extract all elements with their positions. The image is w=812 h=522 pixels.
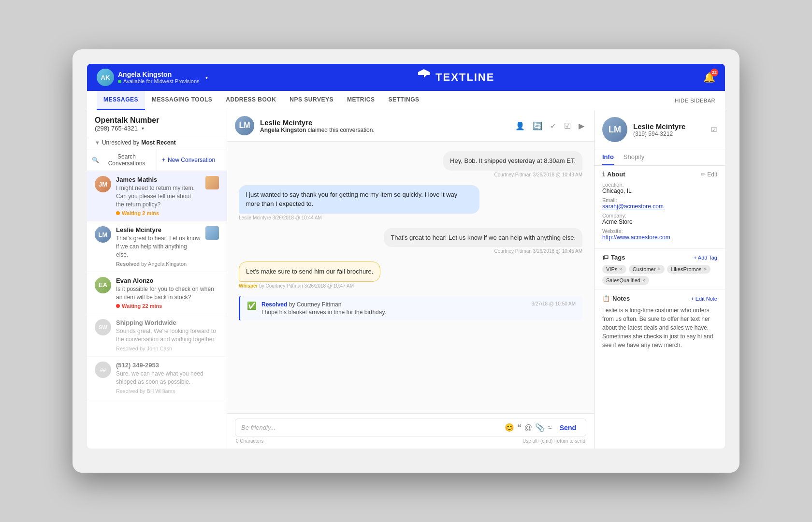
nav-item-messages[interactable]: MESSAGES xyxy=(97,91,145,110)
company-label: Company: xyxy=(602,213,717,218)
refresh-action-icon[interactable]: 🔄 xyxy=(531,119,544,132)
arrow-action-icon[interactable]: ▶ xyxy=(577,119,586,132)
tag-vips: VIPs × xyxy=(602,265,626,274)
nav-item-metrics[interactable]: METRICS xyxy=(340,91,382,110)
notes-title: 📋 Notes xyxy=(602,295,630,302)
nav-item-settings[interactable]: SETTINGS xyxy=(381,91,426,110)
edit-note-button[interactable]: + Edit Note xyxy=(691,296,717,302)
nav-item-messaging-tools[interactable]: MESSAGING TOOLS xyxy=(145,91,219,110)
waiting-dot-icon xyxy=(116,211,120,215)
opentalk-number-label: Opentalk Number xyxy=(95,116,219,125)
nav-item-nps-surveys[interactable]: NPS SURVEYS xyxy=(283,91,340,110)
tag-vips-remove[interactable]: × xyxy=(619,266,622,272)
user-profile[interactable]: AK Angela Kingston Available for Midwest… xyxy=(97,69,208,86)
right-panel: LM Leslie Mcintyre (319) 594-3212 ☑ Info… xyxy=(594,110,725,449)
user-name: Angela Kingston xyxy=(118,71,200,78)
website-value[interactable]: http://www.acmestore.com xyxy=(602,234,717,241)
nav-item-address-book[interactable]: ADDRESS BOOK xyxy=(219,91,283,110)
conv-preview-shipping: Sounds great. We're looking forward to t… xyxy=(116,327,219,344)
add-tag-button[interactable]: + Add Tag xyxy=(694,255,717,261)
notification-bell[interactable]: 🔔 22 xyxy=(703,72,715,83)
message-meta-4: Whisper by Courtney Pittman 3/26/2018 @ … xyxy=(239,283,354,289)
right-panel-name: Leslie Mcintyre xyxy=(633,122,705,130)
conversation-item-leslie[interactable]: LM Leslie Mcintyre That's great to hear!… xyxy=(87,221,227,272)
company-value: Acme Store xyxy=(602,218,717,225)
emoji-icon[interactable]: 😊 xyxy=(505,423,514,432)
at-icon[interactable]: @ xyxy=(524,423,532,432)
chat-header-avatar: LM xyxy=(235,116,254,135)
filter-bar[interactable]: ▼ Unresolved by Most Recent xyxy=(87,136,227,149)
conv-preview-james: I might need to return my item. Can you … xyxy=(116,184,201,208)
message-meta-1: Courtney Pittman 3/26/2018 @ 10:43 AM xyxy=(494,172,582,177)
conv-avatar-evan: EA xyxy=(95,277,111,293)
attachment-icon[interactable]: 📎 xyxy=(535,423,545,432)
edit-icon: ✏ xyxy=(701,171,706,178)
search-conversations-button[interactable]: 🔍 Search Conversations xyxy=(87,149,157,171)
conv-name-leslie: Leslie Mcintyre xyxy=(116,226,201,233)
tags-title: 🏷 Tags xyxy=(602,254,625,261)
tag-customer-remove[interactable]: × xyxy=(657,266,660,272)
conversation-item-512[interactable]: ## (512) 349-2953 Sure, we can have what… xyxy=(87,357,227,399)
chat-subtitle: Angela Kingston claimed this conversatio… xyxy=(260,127,508,133)
new-conversation-button[interactable]: + New Conversation xyxy=(157,149,227,171)
email-label: Email: xyxy=(602,197,717,203)
tags-header: 🏷 Tags + Add Tag xyxy=(602,254,717,261)
tag-salesqualified: SalesQualified × xyxy=(602,276,649,285)
tab-info[interactable]: Info xyxy=(602,149,614,165)
message-bubble-2: I just wanted to say thank you for getti… xyxy=(239,185,479,214)
resolved-message: ✅ Resolved by Courtney Pittman I hope hi… xyxy=(239,296,582,320)
right-panel-phone: (319) 594-3212 xyxy=(633,130,705,137)
user-action-icon[interactable]: 👤 xyxy=(513,119,527,132)
sidebar: Opentalk Number (298) 765-4321 ▾ ▼ Unres… xyxy=(87,110,227,449)
chat-header-actions: 👤 🔄 ✓ ☑ ▶ xyxy=(513,119,586,132)
main-layout: Opentalk Number (298) 765-4321 ▾ ▼ Unres… xyxy=(87,110,725,449)
hide-sidebar-button[interactable]: HIDE SIDEBAR xyxy=(675,98,715,103)
right-panel-avatar: LM xyxy=(602,117,627,142)
quote-icon[interactable]: ❝ xyxy=(517,423,522,432)
info-company: Company: Acme Store xyxy=(602,213,717,225)
chat-header-info: Leslie Mcintyre Angela Kingston claimed … xyxy=(260,118,508,133)
tab-shopify[interactable]: Shopify xyxy=(624,149,644,165)
tag-salesqualified-label: SalesQualified xyxy=(606,277,640,283)
brand-icon xyxy=(416,68,432,87)
brand-logo: TEXTLINE xyxy=(208,68,703,87)
tag-likespromo-remove[interactable]: × xyxy=(703,266,706,272)
conv-content-leslie: Leslie Mcintyre That's great to hear! Le… xyxy=(116,226,201,266)
conv-wait-label: Waiting 2 mins xyxy=(122,210,159,216)
conv-content-512: (512) 349-2953 Sure, we can have what yo… xyxy=(116,362,219,394)
about-section: ℹ About ✏ Edit Location: Chicago, IL Em xyxy=(594,166,725,249)
chat-header: LM Leslie Mcintyre Angela Kingston claim… xyxy=(227,110,594,142)
wave-icon[interactable]: ≈ xyxy=(548,423,552,432)
right-panel-action-icon[interactable]: ☑ xyxy=(711,126,717,133)
message-bubble-4: Let's make sure to send him our fall bro… xyxy=(239,261,380,282)
info-location: Location: Chicago, IL xyxy=(602,182,717,194)
conv-avatar-shipping: SW xyxy=(95,319,111,335)
conversation-list: JM James Mathis I might need to return m… xyxy=(87,171,227,449)
user-info: Angela Kingston Available for Midwest Pr… xyxy=(118,71,200,84)
check-action-icon[interactable]: ✓ xyxy=(548,119,558,132)
message-bubble-1: Hey, Bob. It shipped yesterday at 8.30am… xyxy=(443,151,582,171)
conversation-item-evan[interactable]: EA Evan Alonzo Is it possible for you to… xyxy=(87,272,227,315)
tags-section: 🏷 Tags + Add Tag VIPs × Customer × xyxy=(594,249,725,290)
conversation-item-shipping[interactable]: SW Shipping Worldwide Sounds great. We'r… xyxy=(87,314,227,357)
message-meta-3: Courtney Pittman 3/26/2018 @ 10:45 AM xyxy=(494,248,582,254)
conv-avatar-512: ## xyxy=(95,362,111,378)
notes-content: Leslie is a long-time customer who order… xyxy=(602,306,717,349)
conv-thumb-leslie xyxy=(205,226,219,240)
email-value[interactable]: sarahj@acmestore.com xyxy=(602,203,717,210)
laptop-screen: AK Angela Kingston Available for Midwest… xyxy=(87,64,725,449)
conversation-item-james[interactable]: JM James Mathis I might need to return m… xyxy=(87,171,227,221)
edit-about-button[interactable]: ✏ Edit xyxy=(701,171,717,178)
message-meta-2: Leslie Mcintyre 3/26/2018 @ 10:44 AM xyxy=(239,215,322,220)
chat-input-field[interactable] xyxy=(241,424,501,431)
chat-contact-name: Leslie Mcintyre xyxy=(260,118,508,127)
phone-dropdown-icon[interactable]: ▾ xyxy=(142,126,144,131)
box-action-icon[interactable]: ☑ xyxy=(562,119,573,132)
top-bar: AK Angela Kingston Available for Midwest… xyxy=(87,64,725,91)
send-button[interactable]: Send xyxy=(556,424,580,432)
right-panel-tabs: Info Shopify xyxy=(594,149,725,166)
notification-count: 22 xyxy=(710,69,718,76)
tag-salesqualified-remove[interactable]: × xyxy=(642,277,645,283)
tag-customer: Customer × xyxy=(629,265,665,274)
sidebar-header: Opentalk Number (298) 765-4321 ▾ xyxy=(87,110,227,136)
